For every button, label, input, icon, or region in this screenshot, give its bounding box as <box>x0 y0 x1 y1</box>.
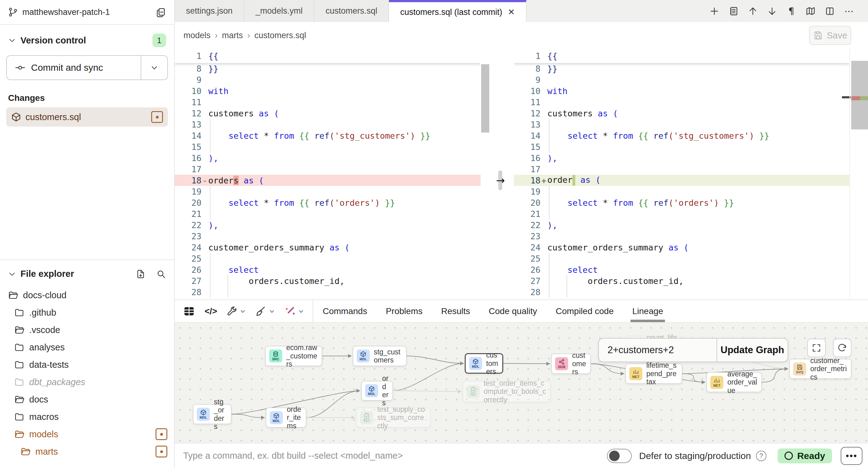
file-explorer-item-marts[interactable]: marts <box>0 443 174 460</box>
lineage-node-orders[interactable]: MDLorders <box>361 381 393 401</box>
code-line-25[interactable]: 25 <box>514 253 849 264</box>
breadcrumb-models[interactable]: models <box>183 31 211 40</box>
help-icon[interactable]: ? <box>756 450 767 461</box>
code-line-17[interactable]: 17 <box>175 163 480 175</box>
scroll-down-icon[interactable] <box>767 6 777 17</box>
changed-file-customers-sql[interactable]: customers.sql <box>6 107 168 127</box>
search-icon[interactable] <box>156 269 166 279</box>
code-line-24[interactable]: 24customer_orders_summary as ( <box>514 242 849 253</box>
code-line-20[interactable]: 20 select * from {{ ref('orders') }} <box>175 197 480 208</box>
code-line-26[interactable]: 26 select <box>175 264 480 275</box>
code-line-13[interactable]: 13 <box>514 119 849 130</box>
file-explorer-item-models[interactable]: models <box>0 426 174 443</box>
diff-revert-arrow-icon[interactable]: → <box>493 174 508 187</box>
compile-code-icon[interactable]: </> <box>205 306 217 316</box>
code-line-19[interactable]: 19 <box>514 186 849 197</box>
changelog-icon[interactable] <box>728 6 739 17</box>
overview-ruler-thumb[interactable] <box>851 61 868 129</box>
code-line-8[interactable]: 8}} <box>514 63 849 74</box>
code-line-15[interactable]: 15 <box>514 141 849 152</box>
format-code-icon[interactable] <box>255 306 275 317</box>
diff-editor-original-pane[interactable]: 1{{8}}910with1112customers as (1314 sele… <box>175 49 480 300</box>
file-explorer-header[interactable]: File explorer <box>0 260 174 285</box>
tab-customers.sql (last commit)[interactable]: customers.sql (last commit)✕ <box>389 0 527 22</box>
bottom-tab-code-quality[interactable]: Code quality <box>479 300 547 322</box>
code-line-19[interactable]: 19 <box>175 186 480 197</box>
ide-more-button[interactable]: ••• <box>841 447 862 465</box>
code-line-21[interactable]: 21 <box>175 208 480 219</box>
lineage-node-customers_sem[interactable]: SEMcustomers <box>551 353 591 374</box>
commit-and-sync-button[interactable]: Commit and sync <box>6 55 168 80</box>
code-line-17[interactable]: 17 <box>514 163 849 175</box>
code-line-18[interactable]: 18+order as ( <box>514 175 849 186</box>
lineage-node-order_items[interactable]: MDLorder_items <box>266 407 306 428</box>
lineage-selector-input[interactable] <box>599 339 716 362</box>
lineage-fullscreen-button[interactable] <box>807 339 826 357</box>
left-editor-scrollbar[interactable] <box>481 64 489 132</box>
diff-editor-modified-pane[interactable]: 1{{8}}910with1112customers as (1314 sele… <box>514 49 849 300</box>
file-explorer-item-.github[interactable]: .github <box>0 304 174 321</box>
new-file-icon[interactable] <box>136 269 146 279</box>
code-line-21[interactable]: 21 <box>514 208 849 219</box>
minimap-icon[interactable] <box>805 6 816 17</box>
code-line-22[interactable]: 22), <box>175 219 480 230</box>
code-line-26[interactable]: 26 select <box>514 264 849 275</box>
ide-status-badge[interactable]: Ready <box>778 448 832 463</box>
build-tools-icon[interactable] <box>226 306 246 317</box>
code-line-10[interactable]: 10with <box>514 85 849 96</box>
lineage-node-ecom.raw_customers[interactable]: SRCecom.raw_customers <box>265 346 322 366</box>
code-line-1[interactable]: 1{{ <box>175 49 480 63</box>
file-explorer-item-data-tests[interactable]: data-tests <box>0 356 174 373</box>
command-input[interactable] <box>183 450 607 461</box>
code-line-10[interactable]: 10with <box>175 85 480 96</box>
lineage-node-stg_customers[interactable]: MDLstg_customers <box>353 346 407 366</box>
code-line-25[interactable]: 25 <box>175 253 480 264</box>
code-line-8[interactable]: 8}} <box>175 63 480 74</box>
code-line-23[interactable]: 23 <box>175 230 480 242</box>
lineage-node-customers[interactable]: MDLcustomers <box>465 353 503 374</box>
breadcrumb-marts[interactable]: marts <box>222 31 243 40</box>
update-graph-button[interactable]: Update Graph <box>716 339 787 362</box>
lineage-canvas[interactable]: SRCecom.raw_customersMDLstg_customersMDL… <box>175 323 868 443</box>
code-line-11[interactable]: 11 <box>175 96 480 108</box>
code-line-11[interactable]: 11 <box>514 96 849 108</box>
lineage-node-customer_order_metrics[interactable]: SVQcustomer_order_metrics <box>789 359 851 379</box>
lineage-node-stg_orders[interactable]: MDLstg_orders <box>193 404 231 424</box>
copy-branch-icon[interactable] <box>156 7 166 18</box>
code-line-12[interactable]: 12customers as ( <box>514 108 849 119</box>
file-explorer-item-docs-cloud[interactable]: docs-cloud <box>0 286 174 304</box>
tab-_models.yml[interactable]: _models.yml <box>244 0 314 22</box>
lineage-node-test_order_items_compute_to_bools_correctly[interactable]: TSTtest_order_items_compute_to_bools_cor… <box>463 381 551 402</box>
code-line-20[interactable]: 20 select * from {{ ref('orders') }} <box>514 197 849 208</box>
dbt-copilot-icon[interactable] <box>285 306 305 317</box>
code-line-27[interactable]: 27 orders.customer_id, <box>514 275 849 286</box>
breadcrumb-file[interactable]: customers.sql <box>254 31 306 40</box>
lineage-node-lifetime_spend_pretax[interactable]: METlifetime_spend_pretax <box>625 364 682 384</box>
preview-table-icon[interactable] <box>183 305 195 317</box>
more-actions-icon[interactable]: ⋯ <box>844 6 854 17</box>
code-line-9[interactable]: 9 <box>175 74 480 85</box>
formatting-marks-icon[interactable]: ¶ <box>786 6 797 17</box>
diff-overview-ruler[interactable] <box>849 49 868 300</box>
file-explorer-item-.vscode[interactable]: .vscode <box>0 321 174 339</box>
branch-selector[interactable]: matthewshaver-patch-1 <box>8 7 156 17</box>
commit-options-caret[interactable] <box>141 56 167 80</box>
bottom-tab-results[interactable]: Results <box>432 300 479 322</box>
tab-customers.sql[interactable]: customers.sql <box>314 0 389 22</box>
code-line-18[interactable]: 18-orders as ( <box>175 175 480 186</box>
bottom-tab-compiled-code[interactable]: Compiled code <box>547 300 623 322</box>
code-line-14[interactable]: 14 select * from {{ ref('stg_customers')… <box>514 130 849 141</box>
code-line-28[interactable]: 28 <box>175 286 480 298</box>
save-button[interactable]: Save <box>809 26 851 45</box>
bottom-tab-lineage[interactable]: Lineage <box>623 300 673 322</box>
new-tab-icon[interactable] <box>709 6 720 17</box>
split-editor-icon[interactable] <box>825 6 835 17</box>
code-line-9[interactable]: 9 <box>514 74 849 85</box>
code-line-23[interactable]: 23 <box>514 230 849 242</box>
code-line-13[interactable]: 13 <box>175 119 480 130</box>
code-line-12[interactable]: 12customers as ( <box>175 108 480 119</box>
lineage-node-test_supply_costs_sum_correctly[interactable]: TSTtest_supply_costs_sum_correctly <box>356 407 431 428</box>
code-line-1[interactable]: 1{{ <box>514 49 849 63</box>
code-line-28[interactable]: 28 <box>514 286 849 298</box>
defer-toggle[interactable] <box>607 449 632 463</box>
